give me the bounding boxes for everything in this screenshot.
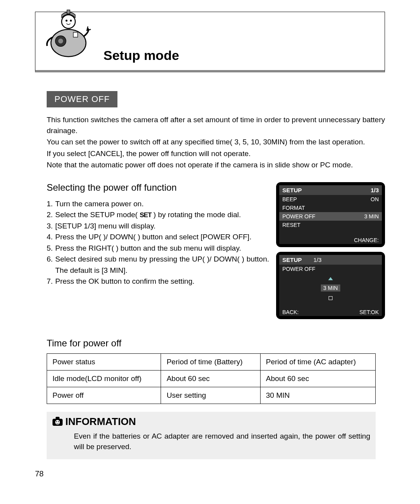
lcd1-title: SETUP (282, 187, 302, 193)
lcd1-page: 1/3 (371, 187, 379, 193)
table-header-0: Power status (47, 353, 161, 370)
lcd2-label: POWER OFF (279, 265, 382, 273)
step-1: 1.Turn the camera power on. (47, 198, 269, 210)
down-arrow-icon (329, 296, 332, 300)
lcd2-foot-back: BACK: (282, 309, 299, 315)
table-row: Power off User setting 30 MIN (47, 387, 376, 404)
subhead-selecting: Selecting the power off function (47, 182, 269, 193)
lcd2-arrow-up (279, 273, 382, 283)
lcd2-page: 1/3 (313, 256, 322, 263)
step-3: 3.[SETUP 1/3] menu will display. (47, 221, 269, 232)
step-7: 7.Press the OK button to confirm the set… (47, 276, 269, 287)
lcd1-row-reset: RESET (279, 221, 382, 229)
lcd2-value: 3 MIN (321, 284, 340, 292)
step-6: 6.Select desired sub menu by pressing th… (47, 254, 269, 276)
power-off-table: Power status Period of time (Battery) Pe… (47, 353, 376, 404)
step-4: 4.Press the UP( )/ DOWN( ) button and se… (47, 232, 269, 243)
desc-p4: Note that the automatic power off does n… (47, 160, 385, 170)
up-arrow-icon (328, 277, 333, 280)
info-title-text: INFORMATION (65, 416, 136, 428)
mascot-icon (39, 5, 98, 63)
lcd1-row-poweroff: POWER OFF3 MIN (279, 212, 382, 221)
steps-list: 1.Turn the camera power on. 2.Select the… (47, 198, 269, 287)
subhead-time: Time for power off (47, 338, 385, 349)
desc-p3: If you select [CANCEL], the power off fu… (47, 148, 385, 159)
table-header-1: Period of time (Battery) (161, 353, 260, 370)
table-row: Idle mode(LCD monitor off) About 60 sec … (47, 370, 376, 387)
page-number: 78 (35, 469, 385, 478)
lcd1-row-format: FORMAT (279, 204, 382, 212)
section-label: POWER OFF (47, 91, 117, 107)
description-block: This function switches the camera off af… (47, 114, 385, 170)
lcd2-arrow-down (279, 293, 382, 303)
svg-point-11 (56, 421, 57, 422)
svg-point-2 (58, 39, 63, 44)
page-header: Setup mode (35, 12, 385, 72)
lcd2-title: SETUP (282, 256, 302, 263)
svg-rect-7 (67, 10, 70, 14)
lcd-screen-2: SETUP 1/3 POWER OFF 3 MIN BACK: SET:OK (276, 252, 385, 319)
set-mode-label: SET (140, 211, 151, 219)
table-header-2: Period of time (AC adapter) (260, 353, 375, 370)
svg-point-4 (62, 15, 75, 28)
desc-p1: This function switches the camera off af… (47, 114, 385, 136)
svg-point-5 (66, 20, 68, 22)
svg-point-6 (70, 20, 72, 22)
lcd1-foot-change: CHANGE: (354, 237, 379, 243)
information-box: INFORMATION Even if the batteries or AC … (47, 412, 376, 459)
svg-rect-9 (56, 417, 60, 419)
lcd-screen-1: SETUP 1/3 BEEPON FORMAT POWER OFF3 MIN R… (276, 182, 385, 247)
camera-info-icon (52, 416, 63, 427)
step-5: 5.Press the RIGHT( ) button and the sub … (47, 243, 269, 254)
page-title: Setup mode (103, 48, 179, 63)
lcd1-row-beep: BEEPON (279, 195, 382, 204)
svg-rect-3 (74, 32, 78, 37)
lcd2-foot-setok: SET:OK (359, 309, 379, 315)
svg-point-12 (58, 421, 59, 422)
table-header-row: Power status Period of time (Battery) Pe… (47, 353, 376, 370)
info-text: Even if the batteries or AC adapter are … (74, 431, 370, 452)
desc-p2: You can set the power to switch off at a… (47, 137, 385, 148)
step-2: 2.Select the SETUP mode( SET ) by rotati… (47, 209, 269, 221)
